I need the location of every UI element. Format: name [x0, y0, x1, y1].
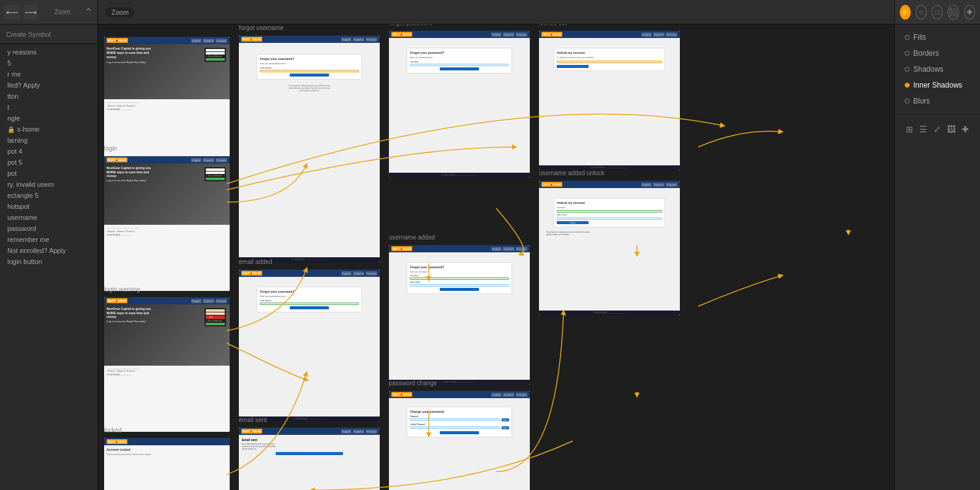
top-bar-label: Zoom [44, 9, 81, 15]
sidebar-item-17[interactable]: remember me [0, 234, 97, 245]
artboard-forgot-password: forgot password NEXT●GEAR English Españo… [389, 31, 530, 178]
blurs-label: Blurs [913, 97, 930, 105]
right-sidebar: ⚡ ○ □ ⬛ ✚ Fills Borders Shadows Inner Sh… [894, 0, 980, 490]
sidebar-item-14[interactable]: hotspot [0, 201, 97, 212]
add-icon-btn[interactable]: ✚ [964, 5, 975, 20]
email-sent-label: email sent [239, 417, 267, 423]
list-icon[interactable]: ☰ [919, 123, 929, 135]
resize-icon-btn[interactable]: ⬛ [948, 5, 959, 20]
create-symbol-label: Create Symbol [6, 31, 51, 38]
sidebar-icon-row: ⊞ ☰ ⤢ 🖼 ✚ [895, 119, 980, 139]
artboard-login: login NEXT●GEAR English Español Français… [104, 156, 230, 291]
expand-icon[interactable]: ⌃ [85, 6, 92, 18]
artboard-email-sent: email sent NEXT●GEAR English Español Fra… [239, 428, 380, 490]
mini-logo: NEXT●GEAR [107, 38, 128, 43]
borders-label: Borders [913, 49, 939, 58]
canvas-content[interactable]: NEXT●GEAR English Español Français NextG… [98, 24, 894, 490]
square-icon-btn[interactable]: □ [932, 5, 943, 20]
lock-icon: 🔒 [7, 126, 15, 133]
sidebar-item-13[interactable]: ectangle 5 [0, 190, 97, 201]
login-warning-label: login warning [104, 286, 140, 293]
artboard-username-added: username added NEXT●GEAR English Español… [389, 245, 530, 385]
password-change-label: password change [389, 380, 437, 386]
artboard-forgot-username: forgot username NEXT●GEAR English Españo… [239, 36, 380, 262]
right-sidebar-items: Fills Borders Shadows Inner Shadows Blur… [895, 24, 980, 114]
sidebar-list: y reasons 5 r me lled? Apply tton t ngle… [0, 44, 97, 490]
username-added-unlock-label: username added unlock [539, 170, 605, 176]
sidebar-item-7-label: s-home [17, 126, 40, 133]
email-added-label: email added [239, 258, 272, 265]
back-icon[interactable]: ⟵ [5, 5, 20, 20]
shadows-label: Shadows [913, 65, 943, 74]
fills-dot [905, 35, 910, 40]
sidebar-item-3[interactable]: lled? Apply [0, 80, 97, 91]
sidebar-item-16[interactable]: password [0, 223, 97, 234]
forgot-password-label: forgot password [389, 24, 432, 26]
sidebar-item-2[interactable]: r me [0, 69, 97, 80]
borders-dot [905, 51, 910, 56]
fills-label: Fills [913, 33, 926, 42]
borders-item[interactable]: Borders [895, 45, 980, 61]
expand-icon-right[interactable]: ⤢ [932, 123, 943, 135]
sidebar-top-bar: ⟵ ⟶ Zoom ⌃ [0, 0, 97, 24]
sidebar-item-18[interactable]: Not enrolled? Apply [0, 245, 97, 256]
create-symbol-bar[interactable]: Create Symbol [0, 24, 97, 44]
inner-shadows-dot [905, 83, 910, 88]
sidebar-item-8[interactable]: larning [0, 135, 97, 146]
right-top-bar: ⚡ ○ □ ⬛ ✚ [895, 0, 980, 24]
inner-shadows-item[interactable]: Inner Shadows [895, 77, 980, 93]
inner-shadows-label: Inner Shadows [913, 81, 962, 89]
sidebar-item-10[interactable]: pot 5 [0, 157, 97, 168]
shadows-dot [905, 67, 910, 72]
username-added-label: username added [389, 234, 435, 241]
artboard-login-top: NEXT●GEAR English Español Français NextG… [104, 37, 230, 156]
fills-item[interactable]: Fills [895, 29, 980, 45]
sidebar-item-19[interactable]: login button [0, 256, 97, 267]
sidebar-item-6[interactable]: ngle [0, 113, 97, 124]
blurs-dot [905, 99, 910, 104]
sidebar-item-9[interactable]: pot 4 [0, 146, 97, 157]
artboard-login-warning: login warning NEXT●GEAR English Español … [104, 297, 230, 432]
forgot-username-label: forgot username [239, 24, 284, 31]
zoom-label: Zoom [105, 7, 135, 17]
shadows-item[interactable]: Shadows [895, 61, 980, 77]
locked-out-label: locked out [539, 24, 567, 26]
sidebar-divider [895, 116, 980, 117]
login-label: login [104, 145, 117, 152]
sidebar-item-5[interactable]: t [0, 102, 97, 113]
plus-icon[interactable]: ✚ [960, 123, 970, 135]
artboard-username-added-unlock: username added unlock NEXT●GEAR English … [539, 181, 680, 315]
sidebar-item-1[interactable]: 5 [0, 58, 97, 69]
artboard-locked-out: locked out NEXT●GEAR English Español Fra… [539, 31, 680, 170]
main-canvas: Zoom [98, 0, 894, 490]
sidebar-item-7[interactable]: 🔒 s-home [0, 124, 97, 135]
left-sidebar: ⟵ ⟶ Zoom ⌃ Create Symbol y reasons 5 r m… [0, 0, 98, 490]
circle-icon-btn[interactable]: ○ [916, 5, 927, 20]
sidebar-item-4[interactable]: tton [0, 91, 97, 102]
blurs-item[interactable]: Blurs [895, 93, 980, 109]
sidebar-item-15[interactable]: username [0, 212, 97, 223]
sidebar-item-0[interactable]: y reasons [0, 47, 97, 58]
canvas-top-bar: Zoom [98, 0, 894, 24]
image-icon[interactable]: 🖼 [946, 123, 957, 135]
artboard-email-added: email added NEXT●GEAR English Español Fr… [239, 270, 380, 421]
lightning-icon-btn[interactable]: ⚡ [900, 5, 911, 20]
artboard-password-change: password change NEXT●GEAR English Españo… [389, 391, 530, 490]
artboard-locked: locked NEXT●GEAR Account Locked Your acc… [104, 438, 230, 490]
sidebar-item-12[interactable]: ry, invalid usern [0, 179, 97, 190]
sidebar-item-11[interactable]: pot [0, 168, 97, 179]
locked-label: locked [104, 427, 122, 434]
grid-icon[interactable]: ⊞ [905, 123, 915, 135]
forward-icon[interactable]: ⟶ [23, 5, 38, 20]
